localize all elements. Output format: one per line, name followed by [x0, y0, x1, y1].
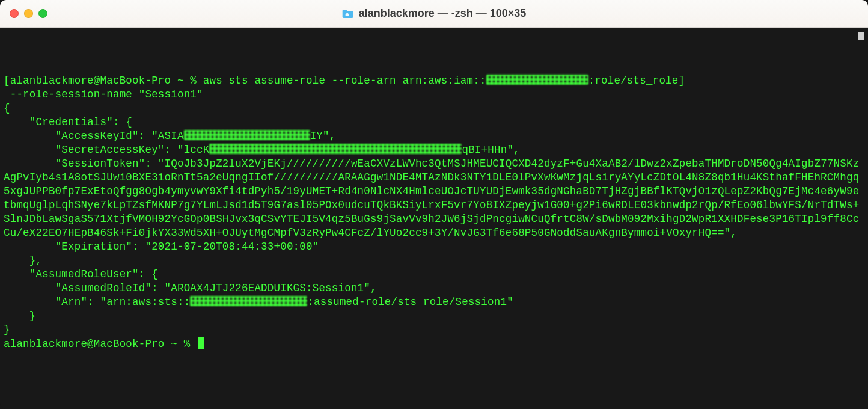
redacted-access-key-id: [184, 130, 310, 140]
terminal-body[interactable]: [alanblackmore@MacBook-Pro ~ % aws sts a…: [0, 28, 868, 409]
credentials-key: "Credentials": {: [4, 116, 132, 128]
redacted-account-id: [486, 75, 588, 85]
session-token: "SessionToken": "IQoJb3JpZ2luX2VjEKj////…: [4, 158, 859, 239]
command-part-2: :role/sts_role: [588, 75, 679, 87]
window-title: alanblackmore — -zsh — 100×35: [342, 7, 527, 20]
minimize-icon[interactable]: [24, 9, 33, 18]
maximize-icon[interactable]: [38, 9, 47, 18]
access-key-id-pre: "AccessKeyId": "ASIA: [4, 130, 184, 142]
prompt-2: alanblackmore@MacBook-Pro ~ %: [4, 338, 197, 350]
json-close-brace: }: [4, 324, 10, 336]
arn-post: :assumed-role/sts_role/Session1": [307, 296, 513, 308]
assumed-role-user-close: }: [4, 310, 36, 322]
command-line-2: --role-session-name "Session1": [4, 88, 203, 100]
arn-pre: "Arn": "arn:aws:sts::: [4, 296, 190, 308]
prompt-1: alanblackmore@MacBook-Pro ~ %: [10, 75, 203, 87]
window-title-text: alanblackmore — -zsh — 100×35: [359, 7, 527, 20]
close-icon[interactable]: [10, 9, 19, 18]
prompt-bracket-open: [: [4, 75, 10, 87]
command-part-1: aws sts assume-role --role-arn arn:aws:i…: [203, 75, 486, 87]
terminal-output: [alanblackmore@MacBook-Pro ~ % aws sts a…: [4, 74, 864, 351]
expiration: "Expiration": "2021-07-20T08:44:33+00:00…: [4, 241, 319, 253]
secret-access-key-pre: "SecretAccessKey": "lccK: [4, 144, 209, 156]
line-wrap-indicator-icon: [858, 32, 864, 40]
assumed-role-user-key: "AssumedRoleUser": {: [4, 268, 158, 280]
json-open-brace: {: [4, 102, 10, 114]
assumed-role-id: "AssumedRoleId": "AROAX4JTJ226EADDUIKGS:…: [4, 282, 377, 294]
redacted-secret-access-key: [209, 144, 462, 154]
terminal-window: alanblackmore — -zsh — 100×35 [alanblack…: [0, 0, 868, 409]
credentials-close: },: [4, 254, 42, 266]
titlebar: alanblackmore — -zsh — 100×35: [0, 0, 868, 28]
prompt-bracket-close: ]: [678, 75, 685, 87]
secret-access-key-post: qBI+HHn",: [462, 144, 519, 156]
traffic-lights: [10, 9, 47, 18]
access-key-id-post: IY",: [310, 130, 336, 142]
home-folder-icon: [342, 9, 354, 19]
cursor-icon: [198, 337, 204, 349]
redacted-arn-account: [190, 296, 307, 306]
